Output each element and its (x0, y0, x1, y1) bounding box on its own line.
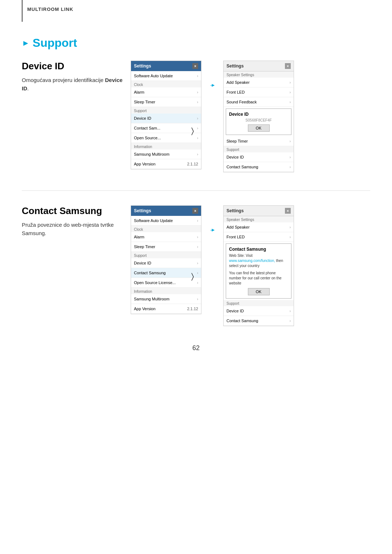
right-menu-front-led[interactable]: Front LED› (224, 87, 294, 97)
contact-right-menu-device-id[interactable]: Device ID› (224, 306, 294, 316)
contact-left-menu-samsung-multiroom[interactable]: Samsung Multiroom› (131, 294, 201, 304)
device-id-title: Device ID (22, 61, 123, 72)
contact-samsung-title: Contact Samsung (22, 205, 123, 217)
support-heading: ► Support (22, 36, 370, 50)
contact-left-menu-open-source[interactable]: Open Source License...› (131, 278, 201, 288)
modal-title: Device ID (229, 112, 288, 117)
left-menu-samsung-multiroom[interactable]: Samsung Multiroom› (131, 149, 201, 159)
contact-right-panel-title: Settings (226, 208, 244, 213)
contact-left-menu-software[interactable]: Software Auto Update› (131, 216, 201, 226)
left-panel-header: Settings × (131, 61, 201, 71)
contact-samsung-section: Contact Samsung Pruža poveznice do web-m… (22, 205, 370, 326)
contact-left-section-support: Support (131, 252, 201, 258)
section-divider (22, 190, 370, 191)
right-menu-sleep-timer[interactable]: Sleep Timer› (224, 136, 294, 146)
right-menu-add-speaker[interactable]: Add Speaker› (224, 78, 294, 87)
device-id-modal: Device ID S0568F8CEF4F OK (226, 108, 291, 135)
device-id-text: Omogućava provjeru identifikacije Device… (22, 76, 123, 93)
contact-left-menu-contact-samsung[interactable]: Contact Samsung› 〉 (131, 268, 201, 278)
device-id-screenshots: Settings × Software Auto Update› Clock A… (131, 61, 294, 172)
top-border-line (22, 0, 23, 22)
device-id-value: S0568F8CEF4F (229, 118, 288, 122)
right-support-label: Support (224, 146, 294, 152)
contact-samsung-text: Pruža poveznice do web-mjesta tvrtke Sam… (22, 221, 123, 237)
support-arrow-icon: ► (22, 38, 30, 48)
contact-samsung-screenshots: Settings × Software Auto Update› Clock A… (131, 205, 294, 326)
device-id-left-panel: Settings × Software Auto Update› Clock A… (131, 61, 201, 169)
contact-samsung-description: Contact Samsung Pruža poveznice do web-m… (22, 205, 131, 237)
contact-right-panel-close[interactable]: × (285, 208, 291, 214)
contact-left-panel-header: Settings × (131, 206, 201, 216)
right-panel-header: Settings × (224, 61, 294, 71)
contact-right-speaker-label: Speaker Settings (224, 216, 294, 222)
left-menu-contact-sam[interactable]: Contact Sam...› 〉 (131, 123, 201, 133)
right-menu-device-id-bottom[interactable]: Device ID› (224, 152, 294, 162)
left-menu-open-source[interactable]: Open Source...› (131, 133, 201, 143)
contact-modal-extra-text: You can find the latest phone number for… (229, 271, 288, 286)
right-speaker-settings-label: Speaker Settings (224, 71, 294, 78)
device-id-section: Device ID Omogućava provjeru identifikac… (22, 61, 370, 172)
left-panel-close[interactable]: × (192, 63, 198, 69)
left-menu-device-id[interactable]: Device ID› (131, 114, 201, 123)
arrow-connector-1: ···► (205, 61, 220, 88)
left-menu-alarm[interactable]: Alarm› (131, 87, 201, 97)
left-menu-app-version: App Version2.1.12 (131, 159, 201, 169)
right-menu-contact-samsung-bottom[interactable]: Contact Samsung› (224, 162, 294, 172)
contact-right-menu-add-speaker[interactable]: Add Speaker› (224, 222, 294, 232)
left-panel-title: Settings (134, 63, 151, 69)
contact-left-menu-sleep-timer[interactable]: Sleep Timer› (131, 242, 201, 252)
left-section-information: Information (131, 143, 201, 149)
left-section-support: Support (131, 107, 201, 114)
contact-samsung-modal: Contact Samsung Web Site: Visit www.sams… (226, 243, 291, 299)
contact-left-panel-title: Settings (134, 208, 151, 213)
right-menu-sound-feedback[interactable]: Sound Feedback› (224, 97, 294, 107)
device-id-right-panel: Settings × Speaker Settings Add Speaker›… (223, 61, 294, 172)
contact-left-panel-close[interactable]: × (192, 208, 198, 214)
contact-left-menu-alarm[interactable]: Alarm› (131, 232, 201, 242)
contact-left-menu-app-version: App Version2.1.12 (131, 304, 201, 314)
page-number: 62 (22, 344, 370, 366)
contact-samsung-left-panel: Settings × Software Auto Update› Clock A… (131, 205, 201, 314)
left-menu-software-update[interactable]: Software Auto Update› (131, 71, 201, 81)
left-section-clock: Clock (131, 81, 201, 87)
left-menu-sleep-timer[interactable]: Sleep Timer› (131, 97, 201, 107)
contact-right-menu-contact-samsung[interactable]: Contact Samsung› (224, 316, 294, 326)
right-panel-close[interactable]: × (285, 63, 291, 69)
contact-right-support-label: Support (224, 300, 294, 306)
contact-right-menu-front-led[interactable]: Front LED› (224, 232, 294, 242)
contact-modal-title: Contact Samsung (229, 247, 288, 252)
arrow-connector-2: ···► (205, 205, 220, 233)
contact-samsung-link[interactable]: www.samsung.com/function, (229, 259, 275, 263)
contact-right-panel-header: Settings × (224, 206, 294, 216)
device-id-description: Device ID Omogućava provjeru identifikac… (22, 61, 131, 93)
contact-modal-text: Web Site: Visit www.samsung.com/function… (229, 253, 288, 268)
contact-left-section-clock: Clock (131, 226, 201, 232)
right-panel-title: Settings (226, 63, 244, 69)
contact-samsung-right-panel: Settings × Speaker Settings Add Speaker›… (223, 205, 294, 326)
chapter-header: MULTIROOM LINK (27, 7, 73, 12)
contact-left-menu-device-id[interactable]: Device ID› (131, 258, 201, 268)
support-title: Support (33, 36, 77, 50)
contact-ok-button[interactable]: OK (248, 288, 270, 295)
device-id-ok-button[interactable]: OK (248, 124, 270, 132)
contact-left-section-information: Information (131, 288, 201, 294)
